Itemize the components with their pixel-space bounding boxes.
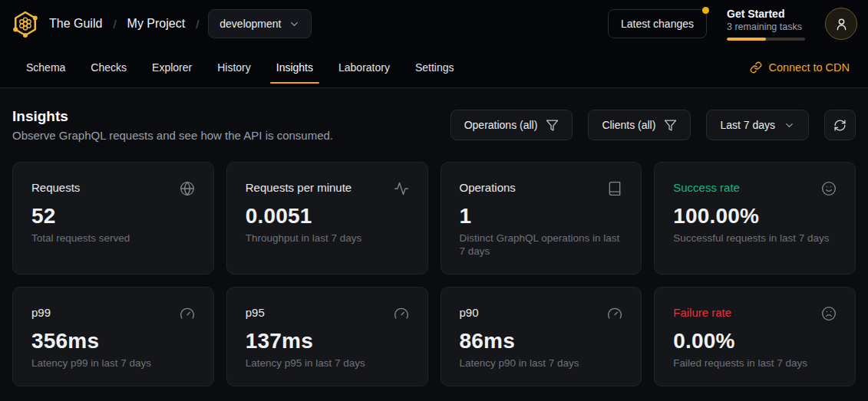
- insights-title-block: Insights Observe GraphQL requests and se…: [12, 108, 333, 142]
- page-description: Observe GraphQL requests and see how the…: [12, 129, 333, 142]
- card-title: Requests: [31, 181, 80, 194]
- card-subtitle: Latency p99 in last 7 days: [31, 357, 195, 370]
- card-title: Failure rate: [673, 306, 731, 319]
- connect-to-cdn-label: Connect to CDN: [768, 61, 850, 74]
- card-title: Requests per minute: [246, 181, 351, 194]
- card-title: p90: [460, 306, 479, 319]
- guild-hive-logo-icon[interactable]: [11, 9, 40, 38]
- user-icon: [834, 17, 849, 31]
- tab-explorer[interactable]: Explorer: [144, 48, 200, 87]
- chevron-down-icon: [784, 120, 795, 131]
- activity-icon: [394, 181, 409, 196]
- insights-header: Insights Observe GraphQL requests and se…: [12, 108, 856, 142]
- stat-card-operations: Operations 1 Distinct GraphQL operations…: [441, 162, 642, 274]
- filter-icon: [546, 119, 559, 132]
- top-chrome: The Guild / My Project / development Lat…: [0, 0, 868, 88]
- card-value: 100.00%: [673, 204, 837, 228]
- globe-icon: [180, 181, 195, 196]
- refresh-button[interactable]: [824, 110, 856, 140]
- get-started-progressbar: [727, 38, 805, 41]
- period-select-dropdown[interactable]: Last 7 days: [706, 110, 809, 140]
- card-value: 1: [460, 204, 623, 228]
- link-icon: [750, 61, 762, 74]
- insights-section: Insights Observe GraphQL requests and se…: [0, 88, 868, 386]
- user-menu-button[interactable]: [825, 8, 857, 40]
- latest-changes-button[interactable]: Latest changes: [608, 9, 707, 38]
- card-value: 137ms: [246, 329, 409, 353]
- breadcrumb-separator: /: [113, 18, 116, 31]
- card-value: 0.00%: [673, 329, 837, 353]
- card-title: p95: [246, 306, 265, 319]
- card-subtitle: Latency p95 in last 7 days: [246, 357, 409, 370]
- card-title: Success rate: [673, 181, 740, 194]
- get-started-subtitle: 3 remaining tasks: [727, 21, 805, 33]
- card-subtitle: Successful requests in last 7 days: [673, 232, 837, 245]
- connect-to-cdn-link[interactable]: Connect to CDN: [750, 61, 850, 74]
- stat-card-requests: Requests 52 Total requests served: [12, 162, 214, 274]
- clients-filter-button[interactable]: Clients (all): [588, 110, 691, 140]
- tab-schema[interactable]: Schema: [18, 48, 73, 87]
- tab-history[interactable]: History: [210, 48, 259, 87]
- gauge-icon: [394, 306, 409, 321]
- breadcrumb-project-link[interactable]: My Project: [127, 17, 186, 31]
- operations-filter-label: Operations (all): [464, 119, 538, 131]
- card-title: Operations: [460, 181, 516, 194]
- project-tabs: Schema Checks Explorer History Insights …: [18, 48, 462, 87]
- tab-checks[interactable]: Checks: [83, 48, 134, 87]
- card-subtitle: Throughput in last 7 days: [246, 232, 409, 245]
- insights-filters: Operations (all) Clients (all) Last 7 da…: [451, 110, 856, 140]
- card-value: 86ms: [460, 329, 623, 353]
- chevron-down-icon: [289, 18, 300, 30]
- latest-changes-label: Latest changes: [621, 18, 694, 30]
- tab-settings[interactable]: Settings: [408, 48, 462, 87]
- header-right-cluster: Latest changes Get Started 3 remaining t…: [608, 7, 857, 41]
- card-subtitle: Latency p90 in last 7 days: [460, 357, 623, 370]
- card-subtitle: Total requests served: [31, 232, 195, 245]
- page-title: Insights: [12, 108, 333, 125]
- breadcrumb-org-link[interactable]: The Guild: [49, 17, 102, 31]
- stats-grid-row-2: p99 356ms Latency p99 in last 7 days p95: [12, 287, 856, 386]
- get-started-progress-fill: [727, 38, 766, 41]
- stat-card-failure-rate: Failure rate 0.00% Failed requests in la…: [654, 287, 856, 386]
- gauge-icon: [180, 306, 195, 321]
- stat-card-p95: p95 137ms Latency p95 in last 7 days: [226, 287, 428, 386]
- card-value: 52: [31, 204, 195, 228]
- gauge-icon: [607, 306, 622, 321]
- stat-card-requests-per-minute: Requests per minute 0.0051 Throughput in…: [226, 162, 428, 274]
- clients-filter-label: Clients (all): [602, 119, 655, 131]
- stat-card-success-rate: Success rate 100.00% Successful requests…: [654, 162, 856, 274]
- notification-dot: [702, 7, 709, 14]
- stats-grid-row-1: Requests 52 Total requests served Reques…: [12, 162, 856, 274]
- stat-card-p99: p99 356ms Latency p99 in last 7 days: [12, 287, 214, 386]
- target-select-dropdown[interactable]: development: [208, 9, 312, 38]
- card-subtitle: Failed requests in last 7 days: [673, 357, 837, 370]
- card-title: p99: [31, 306, 51, 319]
- card-value: 0.0051: [246, 204, 409, 228]
- card-subtitle: Distinct GraphQL operations in last 7 da…: [460, 232, 623, 258]
- tab-insights[interactable]: Insights: [269, 48, 321, 87]
- smile-icon: [821, 181, 837, 196]
- filter-icon: [664, 119, 677, 132]
- card-value: 356ms: [31, 329, 195, 353]
- get-started-title: Get Started: [727, 7, 805, 21]
- refresh-icon: [833, 119, 847, 132]
- operations-filter-button[interactable]: Operations (all): [451, 110, 573, 140]
- frown-icon: [821, 306, 837, 321]
- breadcrumb: The Guild / My Project /: [49, 17, 199, 31]
- target-select-value: development: [219, 18, 281, 30]
- tab-laboratory[interactable]: Laboratory: [331, 48, 398, 87]
- project-nav: Schema Checks Explorer History Insights …: [0, 48, 868, 87]
- get-started-widget[interactable]: Get Started 3 remaining tasks: [727, 7, 805, 41]
- book-icon: [607, 181, 622, 196]
- period-select-value: Last 7 days: [720, 119, 775, 131]
- stat-card-p90: p90 86ms Latency p90 in last 7 days: [441, 287, 642, 386]
- app-header: The Guild / My Project / development Lat…: [0, 0, 868, 48]
- breadcrumb-separator: /: [196, 18, 199, 31]
